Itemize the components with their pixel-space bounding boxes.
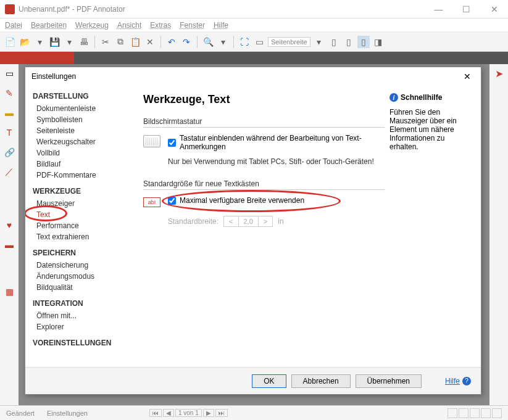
sidebar-item-dokumentenleiste[interactable]: Dokumentenleiste [33, 103, 133, 114]
textbox-icon: abI [143, 197, 160, 207]
page-prev-icon[interactable]: ◀ [163, 409, 174, 417]
open-icon[interactable]: 📂 [19, 36, 31, 48]
search-icon[interactable]: 🔍 [202, 36, 214, 48]
cut-icon[interactable]: ✂ [99, 36, 112, 48]
cancel-button[interactable]: Abbrechen [291, 374, 351, 388]
zoom-select[interactable]: Seitenbreite [268, 37, 310, 47]
layout4-icon[interactable]: ◨ [372, 36, 385, 48]
view5-icon[interactable] [492, 408, 502, 418]
checkbox-max-width-input[interactable] [168, 197, 176, 205]
group-bildschirmtastatur: Bildschirmtastatur Tastatur einblenden w… [143, 117, 385, 166]
checkbox-show-keyboard-input[interactable] [168, 139, 176, 147]
tool-text-icon[interactable]: T [4, 127, 15, 138]
document-tab[interactable] [0, 52, 74, 64]
checkbox-show-keyboard[interactable]: Tastatur einblenden während der Bearbeit… [168, 134, 365, 151]
dialog-titlebar: Einstellungen ✕ [25, 67, 481, 86]
dialog-close-icon[interactable]: ✕ [460, 70, 475, 83]
page-last-icon[interactable]: ⏭ [215, 409, 228, 417]
sidebar-item-bildlauf[interactable]: Bildlauf [33, 159, 133, 170]
checkbox-max-width-label: Maximal verfügbare Breite verwenden [180, 196, 304, 205]
width-spinner[interactable]: < 2,0 > [223, 216, 273, 227]
close-button[interactable]: ✕ [480, 0, 508, 19]
sidebar-item-pdf-kommentare[interactable]: PDF-Kommentare [33, 170, 133, 181]
quick-help-text: Führen Sie den Mauszeiger über ein Eleme… [389, 108, 471, 151]
group-label-textbox-size: Standardgröße für neue Textkästen [143, 179, 385, 188]
apply-button[interactable]: Übernehmen [356, 374, 422, 388]
view4-icon[interactable] [481, 408, 491, 418]
print-icon[interactable]: 🖶 [78, 36, 90, 48]
new-icon[interactable]: 📄 [4, 36, 16, 48]
menu-fenster[interactable]: Fenster [180, 21, 205, 30]
width-decrease-icon[interactable]: < [223, 216, 238, 227]
sidebar-item-oeffnen-mit[interactable]: Öffnen mit... [33, 310, 133, 321]
redo-icon[interactable]: ↷ [180, 36, 193, 48]
left-toolbar: ▭ ✎ ▬ T 🔗 ／ ♥ ▬ ▦ [0, 64, 19, 405]
tool-erase-icon[interactable]: ▬ [4, 239, 15, 250]
menu-werkzeug[interactable]: Werkzeug [75, 21, 109, 30]
tool-select-icon[interactable]: ▭ [4, 68, 15, 79]
dialog-button-row: OK Abbrechen Übernehmen Hilfe ? [25, 367, 481, 394]
ok-button[interactable]: OK [252, 374, 286, 388]
width-increase-icon[interactable]: > [259, 216, 273, 227]
sidebar-item-performance[interactable]: Performance [33, 220, 133, 231]
save-dropdown-icon[interactable]: ▾ [63, 36, 75, 48]
tool-line-icon[interactable]: ／ [4, 167, 15, 178]
tool-highlight-icon[interactable]: ▬ [4, 107, 15, 118]
menu-datei[interactable]: Datei [5, 21, 22, 30]
menu-ansicht[interactable]: Ansicht [117, 21, 141, 30]
save-icon[interactable]: 💾 [48, 36, 60, 48]
settings-sidebar: DARSTELLUNG Dokumentenleiste Symbolleist… [25, 86, 133, 367]
undo-icon[interactable]: ↶ [165, 36, 178, 48]
keyboard-note: Nur bei Verwendung mit Tablet PCs, Stift… [168, 157, 385, 166]
sidebar-item-aenderungsmodus[interactable]: Änderungsmodus [33, 271, 133, 282]
width-unit: in [278, 217, 283, 226]
view2-icon[interactable] [459, 408, 468, 418]
menu-hilfe[interactable]: Hilfe [214, 21, 228, 30]
keyboard-icon [143, 135, 160, 147]
tool-pen-icon[interactable]: ✎ [4, 88, 15, 99]
cursor-icon[interactable]: ➤ [495, 68, 503, 80]
layout3-icon[interactable]: ▯ [357, 36, 370, 48]
zoom-dropdown-icon[interactable]: ▾ [313, 36, 325, 48]
tool-grid-icon[interactable]: ▦ [4, 286, 15, 297]
checkbox-max-width[interactable]: Maximal verfügbare Breite verwenden [168, 196, 304, 205]
sidebar-item-vollbild[interactable]: Vollbild [33, 147, 133, 159]
search-dropdown-icon[interactable]: ▾ [217, 36, 229, 48]
copy-icon[interactable]: ⧉ [114, 36, 127, 48]
sidebar-item-text-extrahieren[interactable]: Text extrahieren [33, 231, 133, 242]
dialog-title: Einstellungen [31, 72, 76, 81]
width-value[interactable]: 2,0 [239, 216, 259, 227]
page-indicator: 1 von 1 [175, 409, 202, 417]
sidebar-item-mauszeiger[interactable]: Mauszeiger [33, 198, 133, 209]
cat-integration: INTEGRATION [33, 299, 133, 308]
sidebar-item-datensicherung[interactable]: Datensicherung [33, 260, 133, 271]
tool-stamp-icon[interactable]: ♥ [4, 220, 15, 231]
view3-icon[interactable] [470, 408, 480, 418]
delete-icon[interactable]: ✕ [144, 36, 156, 48]
layout2-icon[interactable]: ▯ [343, 36, 355, 48]
sidebar-item-seitenleiste[interactable]: Seitenleiste [33, 125, 133, 136]
menu-bearbeiten[interactable]: Bearbeiten [31, 21, 67, 30]
dropdown-icon[interactable]: ▾ [33, 36, 46, 48]
app-icon [5, 4, 15, 14]
minimize-button[interactable]: — [425, 0, 452, 19]
view1-icon[interactable] [448, 408, 457, 418]
default-width-label: Standardbreite: [168, 217, 219, 226]
sidebar-item-bildqualitaet[interactable]: Bildqualität [33, 282, 133, 293]
sidebar-item-symbolleisten[interactable]: Symbolleisten [33, 114, 133, 125]
sidebar-item-werkzeugschalter[interactable]: Werkzeugschalter [33, 136, 133, 147]
sidebar-item-explorer[interactable]: Explorer [33, 321, 133, 332]
tool-link-icon[interactable]: 🔗 [4, 147, 15, 158]
page-next-icon[interactable]: ▶ [203, 409, 214, 417]
help-link[interactable]: Hilfe ? [445, 377, 471, 385]
paste-icon[interactable]: 📋 [129, 36, 141, 48]
cat-werkzeuge: WERKZEUGE [33, 187, 133, 196]
sidebar-item-text[interactable]: Text [33, 209, 133, 220]
menu-extras[interactable]: Extras [150, 21, 171, 30]
fullscreen-icon[interactable]: ⛶ [238, 36, 251, 48]
zoom-mode-icon[interactable]: ▭ [253, 36, 265, 48]
maximize-button[interactable]: ☐ [452, 0, 480, 19]
layout1-icon[interactable]: ▯ [328, 36, 340, 48]
page-first-icon[interactable]: ⏮ [149, 409, 162, 417]
group-standardgroesse: Standardgröße für neue Textkästen abI Ma… [143, 179, 385, 227]
